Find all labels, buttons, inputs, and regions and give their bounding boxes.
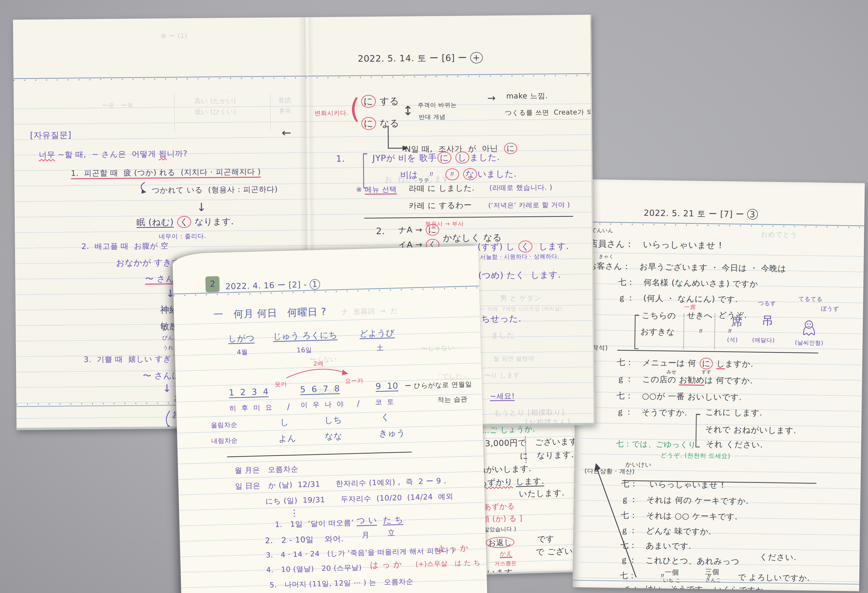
handwritten-text: お ねがい します xyxy=(385,174,450,184)
handwritten-text: ｇ : そうですか. xyxy=(616,407,687,418)
handwritten-text: / xyxy=(357,399,360,408)
handwritten-text: 변화시키다. xyxy=(314,109,348,117)
handwritten-text: ナ 形容詞 → だ xyxy=(341,306,398,316)
handwritten-text: 2. 배고플 때 お腹が 空 xyxy=(81,241,168,251)
handwritten-text: おなかが すきす xyxy=(116,257,181,268)
handwritten-text: 七 : では、ごゆっくり xyxy=(616,439,696,449)
handwritten-text: (‘저녁은’ 카레로 할 거야 ) xyxy=(488,201,570,209)
handwritten-text: 〜じゃない xyxy=(421,344,455,352)
bracket-seat-lines xyxy=(634,315,639,349)
handwritten-text: 너무 ~할 때, ~ さん은 어떻게 됩니까? xyxy=(38,149,187,160)
handwritten-text: ください. xyxy=(759,552,796,562)
handwritten-text: (매달다) xyxy=(752,337,775,344)
handwritten-text: 〜り します xyxy=(484,371,520,379)
teru-teru-bozu-doodle xyxy=(802,319,816,337)
handwritten-text: 요ー카 xyxy=(345,377,364,384)
handwritten-text: ｇ : それは 何の ケーキですか. xyxy=(621,494,749,506)
handwritten-text: / xyxy=(287,402,290,412)
notebook-page-416: 2 2022. 4. 16 ー [2] - 1一 何月 何日 何曜日 ?ナ 形容… xyxy=(172,246,487,593)
handwritten-text: きゃく xyxy=(599,253,614,259)
handwritten-text: ｇ : どんな 味ですか. xyxy=(620,525,712,536)
handwritten-text: 七 : メニューは 何 に しますか. xyxy=(617,356,753,370)
handwritten-text: 네무이 : 졸리다. xyxy=(159,232,206,240)
handwritten-text: 3. 기쁠 때 嬉しい すぎ xyxy=(84,354,171,364)
handwritten-text: 1. xyxy=(336,154,345,164)
handwritten-text: てるてる xyxy=(799,296,823,302)
handwritten-text: ( xyxy=(349,93,360,125)
handwritten-text: 七 : いらっしゃいませ ! xyxy=(621,479,724,490)
handwritten-text: 〜 아메 7개면 사이즈상 (허리살) xyxy=(480,306,562,312)
handwritten-text: (맡았습니다 ) xyxy=(481,525,517,533)
handwritten-text: ナA → に xyxy=(398,224,440,236)
bracket-example1 xyxy=(363,153,368,188)
handwritten-text: 2022. 5. 14. 토 ー [6] ー + xyxy=(358,52,483,65)
handwritten-text: どようび xyxy=(359,328,395,338)
handwritten-text: ぼうず xyxy=(821,305,839,312)
handwritten-text: 욧카 xyxy=(275,381,287,388)
handwritten-text: 히 후 미 요 xyxy=(229,403,273,412)
handwritten-text: かいけい xyxy=(625,461,652,469)
handwritten-text: 2. xyxy=(376,226,385,237)
handwritten-text: ｇ : この店の お勧めは 何ですか. xyxy=(617,374,753,386)
handwritten-text: 低い (ひくい) xyxy=(195,108,236,116)
handwritten-text: あずかり します. xyxy=(478,476,544,487)
handwritten-text: に する xyxy=(360,95,399,108)
handwritten-text: 七 : 何名様 (なんめいさま) ですか xyxy=(618,277,758,289)
handwritten-text: (すず) し く します. xyxy=(478,240,569,253)
handwritten-text: 1. 피곤할 때 疲 (つか) れる (지치다 · 피곤해지다 ) xyxy=(71,167,261,179)
handwritten-text: どうぞ. (천천히 드세요) xyxy=(660,452,730,460)
handwritten-text: じゅう ろくにち xyxy=(273,330,338,341)
handwritten-text: おすきな xyxy=(641,327,675,337)
handwritten-text: ~세요! xyxy=(490,391,515,400)
handwritten-text: 吊 xyxy=(762,313,774,327)
handwritten-text: は っ か xyxy=(370,559,402,570)
handwritten-text: 2022. 5. 21 토 ー [7] ー 3 xyxy=(644,207,758,220)
handwritten-text: います. xyxy=(487,567,516,574)
handwritten-text: つ い た ち xyxy=(356,514,403,525)
handwritten-text: 2배 xyxy=(313,360,324,367)
handwritten-text: 店員さん : いらっしゃいませ ! xyxy=(589,238,722,250)
handwritten-text: なな xyxy=(325,431,343,441)
handwritten-text: く xyxy=(381,412,390,422)
handwritten-text: 훈독 xyxy=(279,107,291,114)
handwritten-text: 男 と ゲダン xyxy=(500,294,542,302)
handwritten-text: ねがいします. xyxy=(477,464,532,475)
handwritten-text: それ ください. xyxy=(706,439,763,450)
handwritten-text: ← xyxy=(282,126,292,140)
handwritten-text: ちせった. xyxy=(481,313,521,324)
index-tab-label: 2 xyxy=(210,279,215,289)
handwritten-text: ⊛ ー (1) xyxy=(161,32,187,40)
handwritten-text: 「でした」 xyxy=(435,372,469,380)
handwritten-text: ⋮ xyxy=(290,508,299,518)
handwritten-text: 코 토 xyxy=(375,397,394,406)
handwritten-text: 〃 xyxy=(726,327,734,336)
handwritten-text: しち xyxy=(324,415,342,425)
handwritten-text: です xyxy=(537,534,555,544)
handwritten-text: 내림차순 xyxy=(211,437,238,445)
handwritten-text: これに します. xyxy=(706,408,762,418)
handwritten-text: ↓ xyxy=(196,200,207,214)
index-tab[interactable]: 2 xyxy=(205,276,220,292)
handwritten-text: 9 10 xyxy=(375,381,398,391)
handwritten-text: 월 月은 오름차순 xyxy=(235,464,298,475)
handwritten-text: 七 : それは ○○ ケーキです. xyxy=(621,511,738,522)
handwritten-text: (다른상황 · 계산) xyxy=(584,467,635,475)
handwritten-text: 거스름돈 xyxy=(494,560,517,567)
handwritten-text: し xyxy=(280,417,289,427)
handwritten-text: 土 xyxy=(376,344,384,352)
handwritten-text: 眠 (ねむ) く なります. xyxy=(137,215,234,228)
handwritten-text: すす xyxy=(701,369,712,375)
handwritten-text: こちらの xyxy=(642,310,676,321)
handwritten-text: 적는 습관 xyxy=(437,395,468,404)
bracket-choice-lines xyxy=(695,414,701,447)
handwritten-text: みせ xyxy=(666,369,677,375)
handwritten-text: よん xyxy=(279,433,297,443)
handwritten-text: おめでとう xyxy=(761,230,797,239)
handwritten-text: もうとり [相撲取り] xyxy=(494,408,565,417)
handwritten-text: ↓ xyxy=(162,382,172,394)
handwritten-text: 16일 xyxy=(297,346,312,354)
handwritten-text: ↕ xyxy=(403,103,413,119)
handwritten-text: ラテ xyxy=(418,178,429,184)
handwritten-text: あずかる xyxy=(484,502,515,511)
handwritten-text: 七 : ○○が 一番 おいしいです. xyxy=(617,391,742,402)
